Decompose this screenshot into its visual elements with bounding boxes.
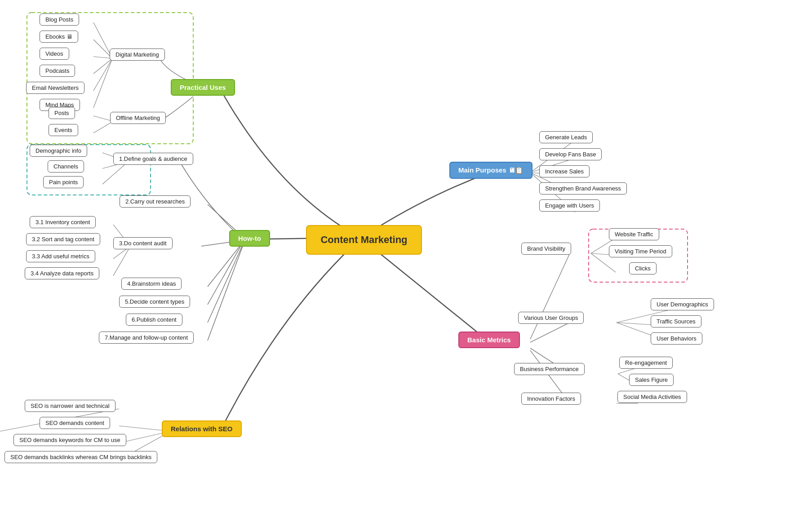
email-newsletters-node: Email Newsletters xyxy=(26,82,84,94)
strengthen-brand-label: Strengthen Brand Awareness xyxy=(539,182,627,195)
digital-marketing-node: Digital Marketing xyxy=(110,49,165,61)
decide-content-node: 5.Decide content types xyxy=(119,296,190,308)
sort-tag-node: 3.2 Sort and tag content xyxy=(26,233,100,245)
clicks-label: Clicks xyxy=(629,262,657,274)
channels-node: Channels xyxy=(48,160,84,172)
innovation-factors-node: Innovation Factors xyxy=(521,393,581,405)
user-behaviors-label: User Behaviors xyxy=(651,332,702,345)
business-performance-node: Business Performance xyxy=(514,363,585,375)
user-demographics-node: User Demographics xyxy=(651,298,714,310)
sort-tag-label: 3.2 Sort and tag content xyxy=(26,233,100,245)
main-purposes-node: Main Purposes 🖥📋 xyxy=(449,162,532,179)
svg-line-7 xyxy=(93,58,112,91)
practical-uses-node: Practical Uses xyxy=(171,79,235,96)
inventory-content-label: 3.1 Inventory content xyxy=(30,216,96,228)
brand-visibility-label: Brand Visibility xyxy=(521,243,571,255)
demographic-info-node: Demographic info xyxy=(30,145,87,157)
decide-content-label: 5.Decide content types xyxy=(119,296,190,308)
how-to-label: How-to xyxy=(229,230,270,247)
manage-label: 7.Manage and follow-up content xyxy=(99,332,194,344)
basic-metrics-node: Basic Metrics xyxy=(458,332,520,348)
traffic-sources-node: Traffic Sources xyxy=(651,315,701,327)
seo-keywords-node: SEO demands keywords for CM to use xyxy=(13,434,126,446)
videos-node: Videos xyxy=(40,48,69,60)
sales-figure-node: Sales Figure xyxy=(629,374,674,386)
how-to-node: How-to xyxy=(229,230,270,247)
social-media-label: Social Media Activities xyxy=(617,391,687,403)
seo-narrower-node: SEO is narrower and technical xyxy=(25,400,115,412)
events-label: Events xyxy=(49,124,78,136)
center-label: Content Marketing xyxy=(306,225,422,255)
posts-label: Posts xyxy=(49,107,75,119)
pain-points-node: Pain points xyxy=(43,176,84,188)
relations-seo-node: Relations with SEO xyxy=(162,420,242,437)
svg-line-21 xyxy=(208,243,243,305)
relations-seo-label: Relations with SEO xyxy=(162,420,242,437)
publish-label: 6.Publish content xyxy=(126,314,182,326)
user-demographics-label: User Demographics xyxy=(651,298,714,310)
svg-line-20 xyxy=(208,243,243,287)
define-goals-node: 1.Define goals & audience xyxy=(113,153,193,165)
events-node: Events xyxy=(49,124,78,136)
seo-demands-content-label: SEO demands content xyxy=(40,417,110,429)
innovation-factors-label: Innovation Factors xyxy=(521,393,581,405)
offline-marketing-node: Offline Marketing xyxy=(110,112,166,124)
basic-metrics-label: Basic Metrics xyxy=(458,332,520,348)
seo-demands-content-node: SEO demands content xyxy=(40,417,110,429)
sales-figure-label: Sales Figure xyxy=(629,374,674,386)
content-audit-label: 3.Do content audit xyxy=(113,237,173,249)
website-traffic-node: Website Traffic xyxy=(609,228,659,240)
develop-fans-node: Develop Fans Base xyxy=(539,148,602,160)
traffic-sources-label: Traffic Sources xyxy=(651,315,701,327)
analyze-data-node: 3.4 Analyze data reports xyxy=(25,267,99,279)
website-traffic-label: Website Traffic xyxy=(609,228,659,240)
digital-marketing-label: Digital Marketing xyxy=(110,49,165,61)
podcasts-node: Podcasts xyxy=(40,65,75,77)
ebooks-node: Ebooks 🖥 xyxy=(40,31,78,43)
inventory-content-node: 3.1 Inventory content xyxy=(30,216,96,228)
content-audit-node: 3.Do content audit xyxy=(113,237,173,249)
publish-node: 6.Publish content xyxy=(126,314,182,326)
brand-visibility-node: Brand Visibility xyxy=(521,243,571,255)
generate-leads-label: Generate Leads xyxy=(539,131,593,143)
practical-uses-label: Practical Uses xyxy=(171,79,235,96)
svg-line-22 xyxy=(208,245,243,323)
increase-sales-label: Increase Sales xyxy=(539,165,590,177)
engage-users-node: Engage with Users xyxy=(539,199,600,212)
demographic-info-label: Demographic info xyxy=(30,145,87,157)
add-metrics-node: 3.3 Add useful metrics xyxy=(26,250,95,262)
analyze-data-label: 3.4 Analyze data reports xyxy=(25,267,99,279)
seo-backlinks-label: SEO demands backlinks whereas CM brings … xyxy=(4,451,157,463)
business-performance-label: Business Performance xyxy=(514,363,585,375)
strengthen-brand-node: Strengthen Brand Awareness xyxy=(539,182,627,195)
seo-backlinks-node: SEO demands backlinks whereas CM brings … xyxy=(4,451,157,463)
generate-leads-node: Generate Leads xyxy=(539,131,593,143)
blog-posts-label: Blog Posts xyxy=(40,13,79,26)
pain-points-label: Pain points xyxy=(43,176,84,188)
channels-label: Channels xyxy=(48,160,84,172)
manage-node: 7.Manage and follow-up content xyxy=(99,332,194,344)
main-purposes-label: Main Purposes 🖥📋 xyxy=(449,162,532,179)
posts-node: Posts xyxy=(49,107,75,119)
increase-sales-node: Increase Sales xyxy=(539,165,590,177)
svg-line-23 xyxy=(208,246,243,341)
define-goals-label: 1.Define goals & audience xyxy=(113,153,193,165)
various-user-groups-label: Various User Groups xyxy=(518,312,584,324)
videos-label: Videos xyxy=(40,48,69,60)
offline-marketing-label: Offline Marketing xyxy=(110,112,166,124)
visiting-time-node: Visiting Time Period xyxy=(609,245,672,257)
various-user-groups-node: Various User Groups xyxy=(518,312,584,324)
carry-out-label: 2.Carry out researches xyxy=(120,195,191,208)
develop-fans-label: Develop Fans Base xyxy=(539,148,602,160)
blog-posts-node: Blog Posts xyxy=(40,13,79,26)
brainstorm-node: 4.Brainstorm ideas xyxy=(121,278,182,290)
seo-narrower-label: SEO is narrower and technical xyxy=(25,400,115,412)
podcasts-label: Podcasts xyxy=(40,65,75,77)
svg-line-19 xyxy=(113,246,130,276)
visiting-time-label: Visiting Time Period xyxy=(609,245,672,257)
re-engagement-node: Re-engagement xyxy=(619,357,673,369)
engage-users-label: Engage with Users xyxy=(539,199,600,212)
social-media-node: Social Media Activities xyxy=(617,391,687,403)
brainstorm-label: 4.Brainstorm ideas xyxy=(121,278,182,290)
clicks-node: Clicks xyxy=(629,262,657,274)
